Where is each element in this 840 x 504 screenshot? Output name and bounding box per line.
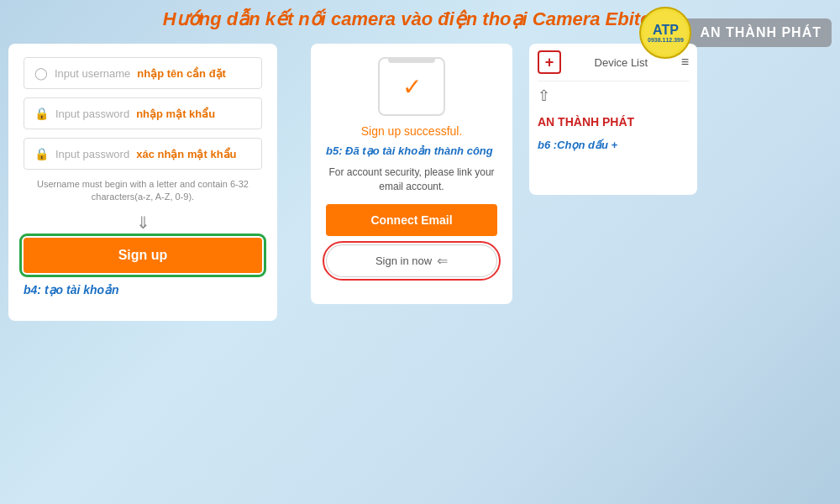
password-hint: nhập mật khẩu xyxy=(136,108,215,120)
upload-icon: ⇧ xyxy=(538,87,550,105)
upload-row: ⇧ xyxy=(538,87,689,105)
signup-button[interactable]: Sign up xyxy=(24,238,262,273)
lock-icon: 🔒 xyxy=(34,107,49,120)
username-hint-text: Username must begin with a letter and co… xyxy=(24,178,262,204)
logo-atp-text: ATP xyxy=(653,24,679,37)
logo-company-name: AN THÀNH PHÁT xyxy=(700,25,822,40)
connect-email-button[interactable]: Connect Email xyxy=(326,204,497,236)
security-text: For account security, please link your e… xyxy=(326,165,497,194)
logo-phone: 0938.112.399 xyxy=(648,37,684,43)
add-device-button[interactable]: + xyxy=(538,50,561,74)
user-icon: ◯ xyxy=(34,66,48,80)
username-field[interactable]: ◯ Input username nhập tên cần đặt xyxy=(24,57,262,89)
success-icon-box: ✓ xyxy=(378,57,445,116)
label-atp: AN THÀNH PHÁT xyxy=(538,115,689,129)
label-b4: b4: tạo tài khoản xyxy=(24,283,262,297)
arrow-left-icon: ⇐ xyxy=(437,253,448,269)
sign-in-label: Sign in now xyxy=(375,255,432,267)
success-panel: ✓ Sign up successful. b5: Đã tạo tài kho… xyxy=(311,44,512,304)
confirm-placeholder: Input password xyxy=(55,148,129,160)
password-field[interactable]: 🔒 Input password nhập mật khẩu xyxy=(24,97,262,129)
sign-in-now-button[interactable]: Sign in now ⇐ xyxy=(326,244,497,277)
confirm-password-field[interactable]: 🔒 Input password xác nhận mật khẩu xyxy=(24,138,262,170)
label-b5: b5: Đã tạo tài khoản thành công xyxy=(326,144,497,157)
device-panel: + Device List ≡ ⇧ AN THÀNH PHÁT b6 :Chọn… xyxy=(529,44,697,195)
divider xyxy=(538,81,689,81)
label-b6: b6 :Chọn dấu + xyxy=(538,139,689,151)
logo-text-box: AN THÀNH PHÁT xyxy=(685,18,832,47)
confirm-hint: xác nhận mật khẩu xyxy=(136,148,236,160)
username-placeholder: Input username xyxy=(55,67,130,80)
menu-icon[interactable]: ≡ xyxy=(681,55,689,70)
success-text: Sign up successful. xyxy=(326,124,497,138)
password-placeholder: Input password xyxy=(55,108,129,120)
signup-panel: ◯ Input username nhập tên cần đặt 🔒 Inpu… xyxy=(8,44,277,321)
main-content: ◯ Input username nhập tên cần đặt 🔒 Inpu… xyxy=(0,37,840,321)
logo-circle: ATP 0938.112.399 xyxy=(639,7,691,59)
checkmark-icon: ✓ xyxy=(402,73,422,101)
logo-area: ATP 0938.112.399 AN THÀNH PHÁT xyxy=(639,7,832,59)
lock-icon-2: 🔒 xyxy=(34,147,49,160)
arrow-down-icon: ⇓ xyxy=(24,213,262,233)
username-hint: nhập tên cần đặt xyxy=(137,67,226,80)
